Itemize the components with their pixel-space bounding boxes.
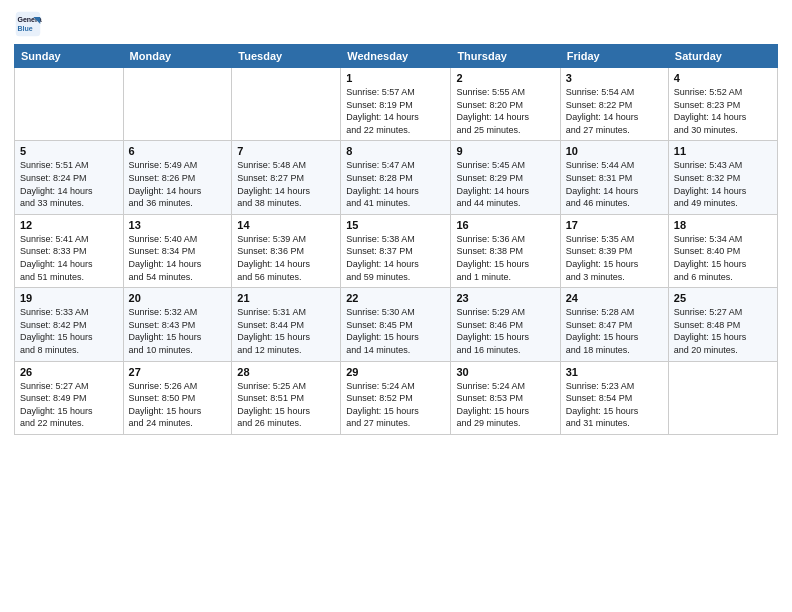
day-number: 2 xyxy=(456,72,554,84)
day-info: Sunrise: 5:27 AMSunset: 8:48 PMDaylight:… xyxy=(674,306,772,356)
day-cell: 9Sunrise: 5:45 AMSunset: 8:29 PMDaylight… xyxy=(451,141,560,214)
day-number: 19 xyxy=(20,292,118,304)
week-row-4: 19Sunrise: 5:33 AMSunset: 8:42 PMDayligh… xyxy=(15,288,778,361)
day-number: 30 xyxy=(456,366,554,378)
day-cell: 15Sunrise: 5:38 AMSunset: 8:37 PMDayligh… xyxy=(341,214,451,287)
day-info: Sunrise: 5:25 AMSunset: 8:51 PMDaylight:… xyxy=(237,380,335,430)
day-cell: 13Sunrise: 5:40 AMSunset: 8:34 PMDayligh… xyxy=(123,214,232,287)
weekday-header-row: SundayMondayTuesdayWednesdayThursdayFrid… xyxy=(15,45,778,68)
day-info: Sunrise: 5:55 AMSunset: 8:20 PMDaylight:… xyxy=(456,86,554,136)
day-cell xyxy=(123,68,232,141)
weekday-wednesday: Wednesday xyxy=(341,45,451,68)
week-row-3: 12Sunrise: 5:41 AMSunset: 8:33 PMDayligh… xyxy=(15,214,778,287)
day-info: Sunrise: 5:38 AMSunset: 8:37 PMDaylight:… xyxy=(346,233,445,283)
day-number: 9 xyxy=(456,145,554,157)
day-cell: 7Sunrise: 5:48 AMSunset: 8:27 PMDaylight… xyxy=(232,141,341,214)
day-info: Sunrise: 5:24 AMSunset: 8:52 PMDaylight:… xyxy=(346,380,445,430)
day-info: Sunrise: 5:41 AMSunset: 8:33 PMDaylight:… xyxy=(20,233,118,283)
day-info: Sunrise: 5:49 AMSunset: 8:26 PMDaylight:… xyxy=(129,159,227,209)
day-cell: 4Sunrise: 5:52 AMSunset: 8:23 PMDaylight… xyxy=(668,68,777,141)
day-number: 29 xyxy=(346,366,445,378)
day-cell: 25Sunrise: 5:27 AMSunset: 8:48 PMDayligh… xyxy=(668,288,777,361)
day-number: 8 xyxy=(346,145,445,157)
day-cell: 29Sunrise: 5:24 AMSunset: 8:52 PMDayligh… xyxy=(341,361,451,434)
weekday-sunday: Sunday xyxy=(15,45,124,68)
day-cell: 12Sunrise: 5:41 AMSunset: 8:33 PMDayligh… xyxy=(15,214,124,287)
day-cell: 5Sunrise: 5:51 AMSunset: 8:24 PMDaylight… xyxy=(15,141,124,214)
day-info: Sunrise: 5:26 AMSunset: 8:50 PMDaylight:… xyxy=(129,380,227,430)
day-cell: 17Sunrise: 5:35 AMSunset: 8:39 PMDayligh… xyxy=(560,214,668,287)
day-info: Sunrise: 5:51 AMSunset: 8:24 PMDaylight:… xyxy=(20,159,118,209)
day-info: Sunrise: 5:48 AMSunset: 8:27 PMDaylight:… xyxy=(237,159,335,209)
day-info: Sunrise: 5:30 AMSunset: 8:45 PMDaylight:… xyxy=(346,306,445,356)
day-number: 25 xyxy=(674,292,772,304)
day-info: Sunrise: 5:45 AMSunset: 8:29 PMDaylight:… xyxy=(456,159,554,209)
day-info: Sunrise: 5:33 AMSunset: 8:42 PMDaylight:… xyxy=(20,306,118,356)
day-cell: 8Sunrise: 5:47 AMSunset: 8:28 PMDaylight… xyxy=(341,141,451,214)
day-info: Sunrise: 5:54 AMSunset: 8:22 PMDaylight:… xyxy=(566,86,663,136)
day-info: Sunrise: 5:31 AMSunset: 8:44 PMDaylight:… xyxy=(237,306,335,356)
day-number: 3 xyxy=(566,72,663,84)
day-cell: 1Sunrise: 5:57 AMSunset: 8:19 PMDaylight… xyxy=(341,68,451,141)
day-number: 5 xyxy=(20,145,118,157)
day-info: Sunrise: 5:39 AMSunset: 8:36 PMDaylight:… xyxy=(237,233,335,283)
day-cell: 20Sunrise: 5:32 AMSunset: 8:43 PMDayligh… xyxy=(123,288,232,361)
day-info: Sunrise: 5:35 AMSunset: 8:39 PMDaylight:… xyxy=(566,233,663,283)
day-number: 1 xyxy=(346,72,445,84)
weekday-monday: Monday xyxy=(123,45,232,68)
day-number: 11 xyxy=(674,145,772,157)
day-cell: 22Sunrise: 5:30 AMSunset: 8:45 PMDayligh… xyxy=(341,288,451,361)
week-row-1: 1Sunrise: 5:57 AMSunset: 8:19 PMDaylight… xyxy=(15,68,778,141)
day-number: 17 xyxy=(566,219,663,231)
day-info: Sunrise: 5:40 AMSunset: 8:34 PMDaylight:… xyxy=(129,233,227,283)
day-cell: 14Sunrise: 5:39 AMSunset: 8:36 PMDayligh… xyxy=(232,214,341,287)
day-cell: 28Sunrise: 5:25 AMSunset: 8:51 PMDayligh… xyxy=(232,361,341,434)
svg-text:Blue: Blue xyxy=(18,25,33,32)
day-cell xyxy=(668,361,777,434)
day-number: 31 xyxy=(566,366,663,378)
day-cell: 23Sunrise: 5:29 AMSunset: 8:46 PMDayligh… xyxy=(451,288,560,361)
week-row-5: 26Sunrise: 5:27 AMSunset: 8:49 PMDayligh… xyxy=(15,361,778,434)
day-info: Sunrise: 5:36 AMSunset: 8:38 PMDaylight:… xyxy=(456,233,554,283)
day-info: Sunrise: 5:23 AMSunset: 8:54 PMDaylight:… xyxy=(566,380,663,430)
day-info: Sunrise: 5:43 AMSunset: 8:32 PMDaylight:… xyxy=(674,159,772,209)
weekday-tuesday: Tuesday xyxy=(232,45,341,68)
day-number: 21 xyxy=(237,292,335,304)
day-number: 23 xyxy=(456,292,554,304)
day-cell: 11Sunrise: 5:43 AMSunset: 8:32 PMDayligh… xyxy=(668,141,777,214)
day-number: 12 xyxy=(20,219,118,231)
day-number: 18 xyxy=(674,219,772,231)
day-number: 6 xyxy=(129,145,227,157)
day-number: 13 xyxy=(129,219,227,231)
day-cell: 18Sunrise: 5:34 AMSunset: 8:40 PMDayligh… xyxy=(668,214,777,287)
day-info: Sunrise: 5:32 AMSunset: 8:43 PMDaylight:… xyxy=(129,306,227,356)
day-cell: 31Sunrise: 5:23 AMSunset: 8:54 PMDayligh… xyxy=(560,361,668,434)
day-number: 26 xyxy=(20,366,118,378)
week-row-2: 5Sunrise: 5:51 AMSunset: 8:24 PMDaylight… xyxy=(15,141,778,214)
logo: General Blue xyxy=(14,10,46,38)
day-cell: 10Sunrise: 5:44 AMSunset: 8:31 PMDayligh… xyxy=(560,141,668,214)
day-cell: 26Sunrise: 5:27 AMSunset: 8:49 PMDayligh… xyxy=(15,361,124,434)
day-number: 27 xyxy=(129,366,227,378)
day-info: Sunrise: 5:27 AMSunset: 8:49 PMDaylight:… xyxy=(20,380,118,430)
day-number: 20 xyxy=(129,292,227,304)
day-cell xyxy=(15,68,124,141)
day-info: Sunrise: 5:44 AMSunset: 8:31 PMDaylight:… xyxy=(566,159,663,209)
day-number: 10 xyxy=(566,145,663,157)
page: General Blue SundayMondayTuesdayWednesda… xyxy=(0,0,792,612)
day-cell: 30Sunrise: 5:24 AMSunset: 8:53 PMDayligh… xyxy=(451,361,560,434)
day-number: 24 xyxy=(566,292,663,304)
day-info: Sunrise: 5:52 AMSunset: 8:23 PMDaylight:… xyxy=(674,86,772,136)
day-cell: 6Sunrise: 5:49 AMSunset: 8:26 PMDaylight… xyxy=(123,141,232,214)
day-cell: 16Sunrise: 5:36 AMSunset: 8:38 PMDayligh… xyxy=(451,214,560,287)
day-info: Sunrise: 5:29 AMSunset: 8:46 PMDaylight:… xyxy=(456,306,554,356)
day-info: Sunrise: 5:34 AMSunset: 8:40 PMDaylight:… xyxy=(674,233,772,283)
day-number: 16 xyxy=(456,219,554,231)
day-cell xyxy=(232,68,341,141)
day-number: 7 xyxy=(237,145,335,157)
day-cell: 19Sunrise: 5:33 AMSunset: 8:42 PMDayligh… xyxy=(15,288,124,361)
day-number: 22 xyxy=(346,292,445,304)
logo-icon: General Blue xyxy=(14,10,42,38)
day-cell: 3Sunrise: 5:54 AMSunset: 8:22 PMDaylight… xyxy=(560,68,668,141)
weekday-friday: Friday xyxy=(560,45,668,68)
